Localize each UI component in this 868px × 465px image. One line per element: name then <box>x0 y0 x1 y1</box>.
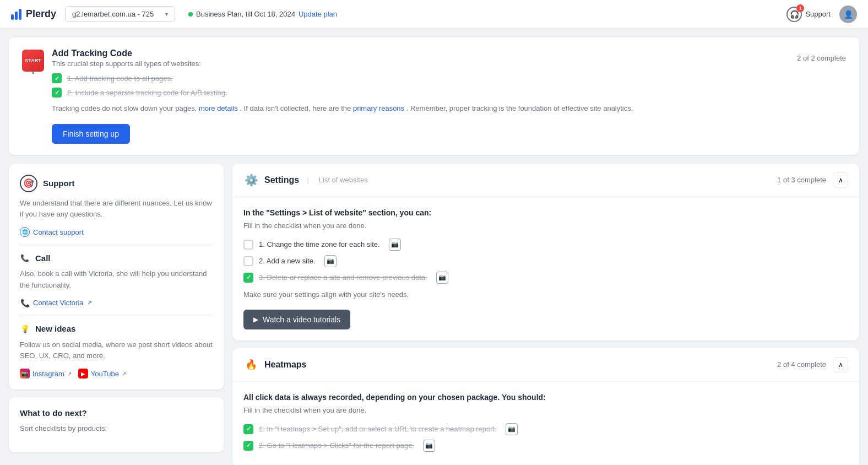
camera-icon[interactable]: 📷 <box>324 255 337 267</box>
heatmaps-panel: 🔥 Heatmaps 2 of 4 complete ∧ All click d… <box>232 348 859 466</box>
page-wrapper: START Add Tracking Code This crucial ste… <box>0 29 868 465</box>
camera-icon[interactable]: 📷 <box>436 272 448 284</box>
phone-icon: 📞 <box>20 253 30 263</box>
new-ideas-section-body: Follow us on social media, where we post… <box>20 339 213 363</box>
contact-victoria-link[interactable]: 📞 Contact Victoria ↗ <box>20 298 213 308</box>
what-next-title: What to do next? <box>20 408 87 418</box>
support-badge: 1 <box>796 4 804 12</box>
contact-support-link[interactable]: 🌐 Contact support <box>20 227 213 237</box>
new-ideas-section-title: New ideas <box>35 324 75 333</box>
plan-info: Business Plan, till Oct 18, 2024 Update … <box>188 10 337 18</box>
settings-panel-body: In the "Settings > List of website" sect… <box>232 197 859 340</box>
heatmaps-item-2: 2. Go to "Heatmaps > Clicks" for the rep… <box>243 440 848 452</box>
watch-video-tutorials-button[interactable]: ▶ Watch a video tutorials <box>243 310 350 329</box>
call-section-body: Also, book a call with Victoria, she wil… <box>20 268 213 291</box>
logo-icon <box>11 9 21 20</box>
heatmaps-fill-note: Fill in the checklist when you are done. <box>243 406 848 414</box>
call-section-header: 📞 Call <box>20 253 213 263</box>
social-links: 📷 Instagram ↗ ▶ YouTube ↗ <box>20 369 213 379</box>
settings-panel: ⚙️ Settings | List of websites 1 of 3 co… <box>232 164 859 340</box>
heatmaps-complete-badge: 2 of 4 complete <box>777 360 826 369</box>
settings-item-3: 3. Delete or replace a site and remove p… <box>243 272 848 284</box>
tracking-item-1-text: 1. Add tracking code to all pages. <box>67 74 173 83</box>
support-section-title: Support <box>43 179 75 188</box>
right-column: ⚙️ Settings | List of websites 1 of 3 co… <box>232 164 859 466</box>
checkbox-checked-icon[interactable] <box>243 441 253 451</box>
globe-icon: 🌐 <box>20 227 30 237</box>
heatmaps-section-title: All click data is always recorded, depen… <box>243 393 848 402</box>
avatar[interactable]: 👤 <box>839 6 857 23</box>
what-next-body: Sort checklists by products: <box>20 423 213 435</box>
phone-icon-small: 📞 <box>20 298 30 308</box>
support-card-icon: 🎯 <box>20 175 37 192</box>
what-next-card: What to do next? Sort checklists by prod… <box>9 397 224 452</box>
header: Plerdy g2.lemarbet.com.ua - 725 ▾ Busine… <box>0 0 868 29</box>
gear-icon: ⚙️ <box>243 172 259 188</box>
header-right: 🎧 1 Support 👤 <box>786 6 857 23</box>
divider <box>20 316 213 316</box>
checkbox-checked-icon[interactable] <box>243 273 253 283</box>
divider <box>20 245 213 245</box>
more-details-link[interactable]: more details <box>199 104 238 112</box>
finish-setting-up-button[interactable]: Finish setting up <box>52 124 130 144</box>
camera-icon[interactable]: 📷 <box>423 440 435 452</box>
tracking-flag-icon: START <box>22 50 44 72</box>
new-ideas-section-header: 💡 New ideas <box>20 324 213 334</box>
tracking-item-2-text: 2. Include a separate tracking code for … <box>67 89 227 97</box>
heatmaps-panel-body: All click data is always recorded, depen… <box>232 382 859 466</box>
checkbox-unchecked-icon[interactable] <box>243 240 253 250</box>
heatmaps-panel-title: Heatmaps <box>264 360 306 370</box>
settings-section-title: In the "Settings > List of website" sect… <box>243 208 848 217</box>
site-selector-text: g2.lemarbet.com.ua - 725 <box>72 10 162 18</box>
settings-fill-note: Fill in the checklist when you are done. <box>243 221 848 230</box>
support-button[interactable]: 🎧 1 Support <box>786 7 831 22</box>
tracking-desc: This crucial step supports all types of … <box>52 60 201 68</box>
left-column: 🎯 Support We understand that there are d… <box>9 164 224 466</box>
heatmaps-item-1-text: 1. In "Heatmaps > Set up", add or select… <box>259 425 497 433</box>
checkbox-unchecked-icon[interactable] <box>243 256 253 266</box>
play-icon: ▶ <box>253 316 258 323</box>
checkbox-checked-icon[interactable] <box>243 424 253 434</box>
settings-panel-subtitle: List of websites <box>319 176 368 184</box>
call-section-title: Call <box>35 253 51 263</box>
settings-item-1: 1. Change the time zone for each site. 📷 <box>243 239 848 251</box>
support-icon: 🎧 1 <box>786 7 802 22</box>
site-selector[interactable]: g2.lemarbet.com.ua - 725 ▾ <box>65 6 175 22</box>
settings-title-group: ⚙️ Settings | List of websites <box>243 172 368 188</box>
settings-item-3-text: 3. Delete or replace a site and remove p… <box>259 273 427 282</box>
support-card: 🎯 Support We understand that there are d… <box>9 164 224 390</box>
instagram-link[interactable]: 📷 Instagram ↗ <box>20 369 72 379</box>
logo-text: Plerdy <box>26 8 56 20</box>
settings-item-2-text: 2. Add a new site. <box>259 257 316 265</box>
external-link-icon: ↗ <box>87 299 92 306</box>
camera-icon[interactable]: 📷 <box>506 423 518 435</box>
plan-status-dot <box>188 12 193 17</box>
youtube-link[interactable]: ▶ YouTube ↗ <box>78 369 126 379</box>
settings-panel-header: ⚙️ Settings | List of websites 1 of 3 co… <box>232 164 859 197</box>
chevron-down-icon: ▾ <box>165 11 168 17</box>
youtube-icon: ▶ <box>78 369 88 379</box>
heatmaps-title-group: 🔥 Heatmaps <box>243 357 306 372</box>
support-section-body: We understand that there are different n… <box>20 198 213 221</box>
checkbox-checked-icon[interactable] <box>52 88 62 98</box>
external-link-icon: ↗ <box>67 371 72 377</box>
camera-icon[interactable]: 📷 <box>389 239 401 251</box>
tracking-complete-badge: 2 of 2 complete <box>797 54 846 62</box>
settings-collapse-button[interactable]: ∧ <box>833 172 848 188</box>
support-section-header: 🎯 Support <box>20 175 213 192</box>
support-label: Support <box>805 10 831 18</box>
logo-bar-3 <box>19 9 21 20</box>
primary-reasons-link[interactable]: primary reasons <box>353 104 404 112</box>
tracking-code-card: START Add Tracking Code This crucial ste… <box>9 37 859 155</box>
heatmaps-collapse-button[interactable]: ∧ <box>833 357 848 372</box>
heatmaps-panel-header: 🔥 Heatmaps 2 of 4 complete ∧ <box>232 348 859 382</box>
logo: Plerdy <box>11 8 56 20</box>
logo-bar-2 <box>15 12 18 20</box>
checkbox-checked-icon[interactable] <box>52 73 62 83</box>
bulb-icon: 💡 <box>20 324 30 334</box>
plan-text: Business Plan, till Oct 18, 2024 <box>196 10 295 18</box>
settings-item-2: 2. Add a new site. 📷 <box>243 255 848 267</box>
heatmaps-item-2-text: 2. Go to "Heatmaps > Clicks" for the rep… <box>259 441 414 450</box>
update-plan-link[interactable]: Update plan <box>299 10 337 18</box>
two-col-layout: 🎯 Support We understand that there are d… <box>9 164 859 466</box>
